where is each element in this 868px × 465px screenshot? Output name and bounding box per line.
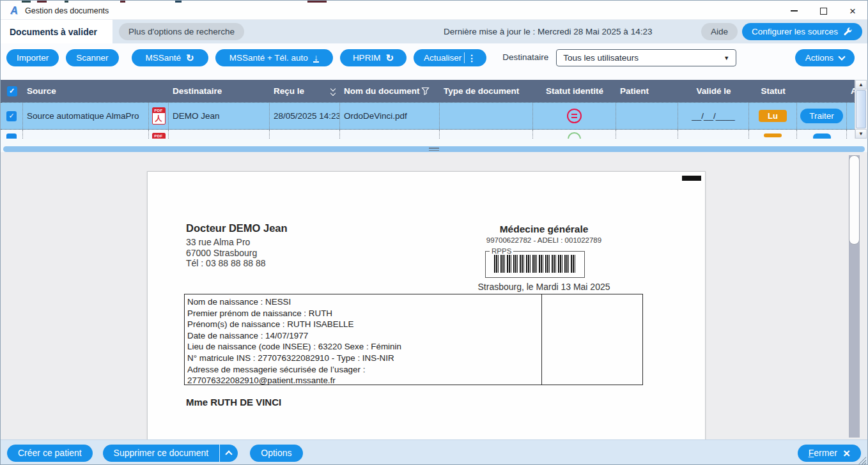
city-date-line: Strasbourg, le Mardi 13 Mai 2025 [464, 282, 624, 292]
mssante-tel-auto-button[interactable]: MSSanté + Tél. auto↓ [215, 49, 333, 66]
chevron-up-icon [226, 450, 233, 457]
funnel-icon[interactable] [421, 87, 430, 95]
download-icon: ↓ [313, 54, 319, 63]
import-button[interactable]: Importer [6, 49, 59, 66]
table-scrollbar[interactable]: ▲ ▼ [855, 80, 867, 139]
fermer-button[interactable]: Fermer× [798, 445, 861, 462]
delete-document-menu-button[interactable] [220, 445, 238, 462]
cell-patient [616, 103, 678, 129]
pdf-icon[interactable]: PDF人 [152, 107, 166, 125]
actions-label: Actions [805, 53, 833, 63]
window-title: Gestion des documents [25, 6, 109, 15]
identity-invalid-icon [567, 109, 582, 123]
preview-scrollbar-thumb[interactable] [849, 155, 860, 245]
table-row-partial[interactable]: PDF人 [1, 130, 856, 139]
table-row[interactable]: ✓ Source automatique AlmaPro PDF人 DEMO J… [1, 102, 856, 130]
maximize-button[interactable] [809, 3, 838, 19]
scan-artifact [682, 176, 701, 181]
toolbar: Importer Scanner MSSanté↻ MSSanté + Tél.… [1, 43, 867, 80]
cell-source [23, 130, 149, 139]
cell-destinataire: DEMO Jean [169, 103, 270, 129]
scroll-up-arrow[interactable]: ▲ [855, 80, 867, 89]
delete-document-label: Supprimer ce document [114, 448, 209, 458]
column-header-destinataire[interactable]: Destinataire [169, 86, 270, 96]
traiter-button[interactable] [813, 133, 831, 139]
minimize-button[interactable] [779, 3, 809, 19]
documents-table: ✓ Source Destinataire Reçu le Nom du doc… [1, 80, 867, 139]
patient-info-line: Adresse de messagerie sécurisée de l’usa… [187, 364, 642, 376]
more-search-options-button[interactable]: Plus d'options de recherche [119, 23, 244, 40]
doctor-phone: Tél : 03 88 88 88 88 [186, 258, 288, 269]
column-header-type-document[interactable]: Type de document [440, 86, 533, 96]
patient-identity-box: Nom de naissance : NESSI Premier prénom … [184, 294, 643, 385]
cell-source: Source automatique AlmaPro [23, 103, 149, 129]
maximize-icon [820, 8, 827, 15]
column-header-statut-identite[interactable]: Statut identité [533, 86, 616, 96]
options-label: Options [261, 448, 291, 458]
splitter-handle[interactable] [3, 146, 865, 152]
doctor-name: Docteur DEMO Jean [186, 222, 288, 234]
row-checkbox[interactable]: ✓ [6, 111, 17, 121]
tab-documents-a-valider[interactable]: Documents à valider [1, 20, 112, 43]
column-header-valide-le[interactable]: Validé le [678, 86, 749, 96]
pdf-icon[interactable]: PDF人 [152, 133, 166, 139]
hprim-button[interactable]: HPRIM↻ [340, 49, 407, 66]
column-header-nom-document[interactable]: Nom du document [340, 86, 440, 96]
create-patient-button[interactable]: Créer ce patient [7, 445, 93, 462]
hprim-label: HPRIM [353, 53, 381, 63]
preview-scrollbar[interactable] [849, 155, 860, 438]
mssante-label: MSSanté [146, 53, 182, 63]
select-all-checkbox[interactable]: ✓ [7, 86, 17, 96]
last-update-text: Dernière mise à jour le : Mercredi 28 Ma… [444, 20, 652, 43]
document-page: Docteur DEMO Jean 33 rue Alma Pro 67000 … [147, 171, 706, 439]
configure-sources-label: Configurer les sources [752, 27, 838, 36]
nom-document-label: Nom du document [344, 86, 420, 96]
scanner-button[interactable]: Scanner [66, 49, 118, 66]
actions-button[interactable]: Actions [795, 49, 855, 66]
rpps-barcode [494, 255, 576, 273]
refresh-button[interactable]: Actualiser⋮ [414, 49, 486, 66]
configure-sources-button[interactable]: Configurer les sources [742, 23, 862, 40]
scrollbar-thumb[interactable] [856, 90, 866, 128]
column-header-recu-le[interactable]: Reçu le [270, 86, 340, 96]
adeli-number: 99700622782 - ADELI : 001022789 [464, 236, 624, 244]
recipient-select[interactable]: Tous les utilisateurs ▼ [556, 49, 736, 66]
identity-green-icon [568, 132, 581, 139]
patient-info-line: Prénom(s) de naissance : RUTH ISABELLE [187, 319, 642, 330]
patient-greeting: Mme RUTH DE VINCI [186, 397, 281, 408]
traiter-button[interactable]: Traiter [800, 109, 843, 123]
options-button[interactable]: Options [250, 445, 302, 462]
document-preview-pane: Docteur DEMO Jean 33 rue Alma Pro 67000 … [1, 152, 867, 439]
cell-valide-le: __/__/____ [678, 103, 749, 129]
patient-info-line: Nom de naissance : NESSI [187, 296, 642, 308]
close-x-icon: × [843, 447, 850, 459]
recipient-label: Destinataire [502, 52, 548, 62]
status-badge: Lu [759, 110, 787, 122]
column-header-source[interactable]: Source [23, 86, 149, 96]
rpps-label: RPPS [490, 247, 513, 255]
close-icon: × [849, 6, 856, 17]
scroll-down-arrow[interactable]: ▼ [855, 129, 867, 139]
window-top-edge [1, 1, 867, 3]
recu-le-label: Reçu le [274, 86, 304, 96]
refresh-icon: ↻ [385, 53, 394, 63]
chevron-down-icon [838, 53, 845, 60]
status-badge [764, 133, 782, 137]
tab-bar: Documents à valider Plus d'options de re… [1, 20, 867, 43]
column-header-patient[interactable]: Patient [616, 86, 678, 96]
specialty-title: Médecine générale [464, 224, 624, 235]
column-header-statut[interactable]: Statut [749, 86, 797, 96]
help-button[interactable]: Aide [701, 23, 738, 40]
mssante-button[interactable]: MSSanté↻ [132, 49, 208, 66]
sort-desc-icon [331, 87, 335, 95]
close-button[interactable]: × [838, 3, 867, 19]
delete-document-button[interactable]: Supprimer ce document [103, 445, 221, 462]
kebab-menu-icon[interactable]: ⋮ [467, 53, 476, 63]
patient-info-line: Lieu de naissance (code INSEE) : 63220 S… [187, 341, 642, 353]
row-checkbox[interactable] [6, 133, 17, 139]
app-window: A Gestion des documents × Documents à va… [0, 0, 868, 465]
patient-info-line: 277076322082910@patient.mssante.fr [187, 375, 642, 386]
wrench-icon [843, 27, 853, 36]
patient-info-line: Premier prénom de naissance : RUTH [187, 308, 642, 319]
cell-recu-le: 28/05/2025 14:23:47 [270, 103, 340, 129]
